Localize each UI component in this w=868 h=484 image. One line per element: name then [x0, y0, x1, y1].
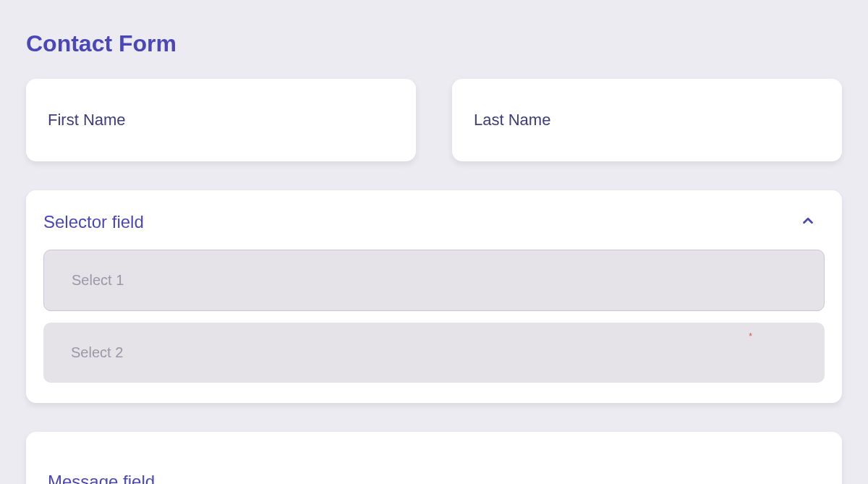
required-indicator-icon: *: [749, 331, 752, 341]
first-name-card[interactable]: First Name: [26, 79, 416, 161]
last-name-card[interactable]: Last Name: [452, 79, 842, 161]
page-title: Contact Form: [26, 30, 868, 57]
selector-card: Selector field Select 1 Select 2 *: [26, 190, 842, 403]
message-title: Message field: [48, 472, 820, 484]
selector-title: Selector field: [43, 212, 144, 232]
first-name-label: First Name: [48, 111, 394, 130]
selector-header: Selector field: [43, 212, 825, 232]
last-name-label: Last Name: [474, 111, 820, 130]
select-option-2[interactable]: Select 2 *: [43, 323, 825, 383]
select-option-1-label: Select 1: [72, 272, 124, 288]
select-option-2-label: Select 2: [71, 344, 123, 360]
chevron-up-icon[interactable]: [800, 213, 825, 232]
select-option-1[interactable]: Select 1: [43, 250, 825, 311]
name-row: First Name Last Name: [26, 79, 842, 161]
message-card: Message field: [26, 432, 842, 484]
